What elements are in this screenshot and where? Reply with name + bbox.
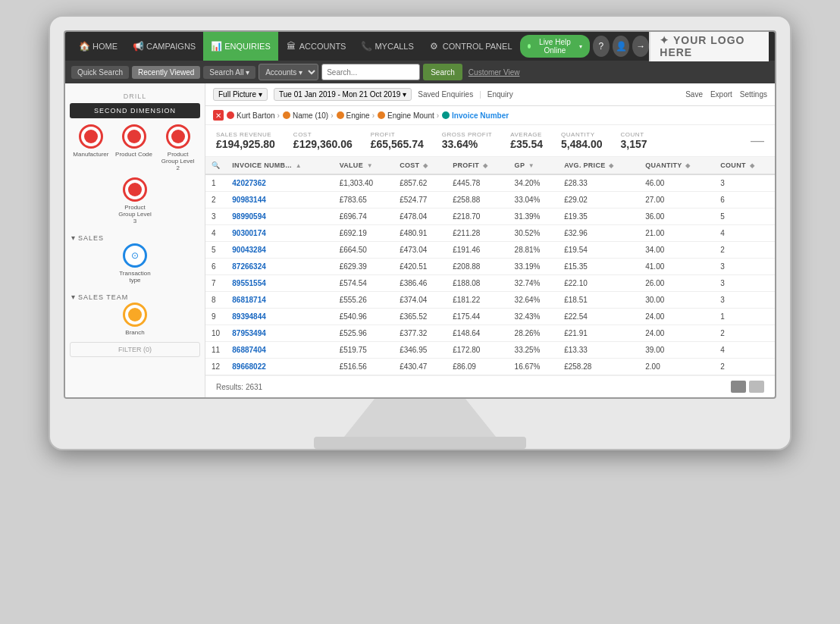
cell-cost: £386.46	[393, 275, 447, 292]
table-row[interactable]: 1 42027362 £1,303.40 £857.62 £445.78 34.…	[205, 174, 775, 192]
table-row[interactable]: 3 98990594 £696.74 £478.04 £218.70 31.39…	[205, 209, 775, 225]
date-range-dropdown[interactable]: Tue 01 Jan 2019 - Mon 21 Oct 2019 ▾	[274, 88, 412, 101]
cell-cost: £377.32	[393, 325, 447, 342]
cell-invoice[interactable]: 90300174	[226, 225, 333, 242]
sidebar-product-group-level3[interactable]: Product Group Level 3	[116, 177, 154, 224]
quick-search-button[interactable]: Quick Search	[71, 66, 129, 79]
cell-invoice[interactable]: 89394844	[226, 309, 333, 325]
cell-cost: £420.51	[393, 259, 447, 275]
list-view-icon[interactable]	[749, 381, 764, 393]
col-profit[interactable]: PROFIT ◆	[447, 157, 508, 174]
col-gp[interactable]: GP ▼	[509, 157, 559, 174]
logout-button[interactable]: →	[632, 36, 649, 57]
cell-value: £783.65	[334, 192, 394, 209]
col-value[interactable]: VALUE ▼	[334, 157, 394, 174]
table-row[interactable]: 12 89668022 £516.56 £430.47 £86.09 16.67…	[205, 359, 775, 375]
cell-invoice[interactable]: 89551554	[226, 275, 333, 292]
collapse-stats-button[interactable]: —	[751, 133, 764, 149]
cell-invoice[interactable]: 98990594	[226, 209, 333, 225]
row-num: 11	[205, 342, 226, 359]
nav-mycalls[interactable]: 📞 MYCALLS	[353, 32, 421, 61]
recently-viewed-button[interactable]: Recently Viewed	[132, 66, 200, 79]
cell-gp: 33.04%	[509, 192, 559, 209]
cell-cost: £857.62	[393, 174, 447, 192]
search-all-button[interactable]: Search All ▾	[203, 66, 255, 79]
row-num: 10	[205, 325, 226, 342]
second-dimension-btn[interactable]: SECOND DIMENSION	[70, 103, 200, 118]
saved-enquiries-btn[interactable]: Saved Enquiries	[418, 90, 473, 99]
customer-view-link[interactable]: Customer View	[469, 68, 520, 77]
manufacturer-icon	[79, 124, 103, 149]
save-button[interactable]: Save	[685, 90, 703, 99]
cell-profit: £175.44	[447, 309, 508, 325]
cell-invoice[interactable]: 86818714	[226, 292, 333, 309]
results-count: Results: 2631	[216, 383, 262, 391]
breadcrumb-close[interactable]: ✕	[213, 110, 224, 121]
nav-control-panel[interactable]: ⚙ CONTROL PANEL	[422, 32, 520, 61]
sidebar-product-code[interactable]: Product Code	[115, 124, 152, 171]
table-row[interactable]: 5 90043284 £664.50 £473.04 £191.46 28.81…	[205, 242, 775, 259]
cell-invoice[interactable]: 42027362	[226, 174, 333, 192]
search-input[interactable]	[321, 64, 420, 80]
col-invoice-number[interactable]: INVOICE NUMB... ▲	[226, 157, 333, 174]
export-button[interactable]: Export	[710, 90, 732, 99]
accounts-select[interactable]: Accounts ▾	[259, 64, 318, 80]
grid-view-icon[interactable]	[731, 381, 746, 393]
col-cost[interactable]: COST ◆	[393, 157, 447, 174]
cell-gp: 32.43%	[509, 309, 559, 325]
cell-profit: £258.88	[447, 192, 508, 209]
table-row[interactable]: 4 90300174 £692.19 £480.91 £211.28 30.52…	[205, 225, 775, 242]
col-quantity[interactable]: QUANTITY ◆	[639, 157, 714, 174]
cell-quantity: 2.00	[639, 359, 714, 375]
row-num: 7	[205, 275, 226, 292]
cell-gp: 33.19%	[509, 259, 559, 275]
table-row[interactable]: 9 89394844 £540.96 £365.52 £175.44 32.43…	[205, 309, 775, 325]
cell-invoice[interactable]: 87266324	[226, 259, 333, 275]
user-button[interactable]: 👤	[613, 36, 629, 57]
sidebar-sales-row: ⊙ Transaction type	[70, 243, 200, 284]
col-count[interactable]: COUNT ◆	[714, 157, 775, 174]
table-row[interactable]: 2 90983144 £783.65 £524.77 £258.88 33.04…	[205, 192, 775, 209]
cell-profit: £148.64	[447, 325, 508, 342]
cell-invoice[interactable]: 87953494	[226, 325, 333, 342]
cell-cost: £480.91	[393, 225, 447, 242]
logo-area: ✦ YOUR LOGO HERE	[649, 31, 769, 61]
help-button[interactable]: ?	[593, 36, 610, 57]
top-nav: 🏠 HOME 📢 CAMPAIGNS 📊 ENQUIRIES 🏛 ACCOUNT…	[65, 32, 775, 61]
cell-avg-price: £22.10	[558, 275, 639, 292]
full-picture-dropdown[interactable]: Full Picture ▾	[213, 88, 268, 101]
enquiry-btn[interactable]: Enquiry	[487, 90, 513, 99]
sidebar-branch[interactable]: Branch	[123, 303, 147, 336]
search-button[interactable]: Search	[423, 64, 462, 80]
table-row[interactable]: 10 87953494 £525.96 £377.32 £148.64 28.2…	[205, 325, 775, 342]
settings-button[interactable]: Settings	[740, 90, 767, 99]
sidebar-manufacturer[interactable]: Manufacturer	[73, 124, 108, 171]
table-row[interactable]: 7 89551554 £574.54 £386.46 £188.08 32.74…	[205, 275, 775, 292]
crumb-dot-engine	[337, 111, 344, 119]
sidebar: DRILL SECOND DIMENSION Manufacturer Prod…	[65, 83, 205, 397]
sidebar-product-group-level2[interactable]: Product Group Level 2	[159, 124, 197, 171]
live-help-button[interactable]: Live Help Online ▾	[520, 35, 590, 58]
cell-invoice[interactable]: 90983144	[226, 192, 333, 209]
nav-home[interactable]: 🏠 HOME	[71, 32, 125, 61]
cell-invoice[interactable]: 90043284	[226, 242, 333, 259]
col-avg-price[interactable]: AVG. PRICE ◆	[558, 157, 639, 174]
row-num: 5	[205, 242, 226, 259]
cell-count: 3	[714, 292, 775, 309]
table-row[interactable]: 11 86887404 £519.75 £346.95 £172.80 33.2…	[205, 342, 775, 359]
cell-quantity: 39.00	[639, 342, 714, 359]
nav-enquiries[interactable]: 📊 ENQUIRIES	[203, 32, 278, 61]
table-row[interactable]: 8 86818714 £555.26 £374.04 £181.22 32.64…	[205, 292, 775, 309]
cell-invoice[interactable]: 89668022	[226, 359, 333, 375]
cell-count: 1	[714, 309, 775, 325]
sidebar-transaction-type[interactable]: ⊙ Transaction type	[116, 243, 154, 284]
enquiries-icon: 📊	[211, 41, 221, 52]
nav-campaigns[interactable]: 📢 CAMPAIGNS	[125, 32, 203, 61]
table-row[interactable]: 6 87266324 £629.39 £420.51 £208.88 33.19…	[205, 259, 775, 275]
cell-invoice[interactable]: 86887404	[226, 342, 333, 359]
cell-gp: 33.25%	[509, 342, 559, 359]
nav-accounts[interactable]: 🏛 ACCOUNTS	[278, 32, 354, 61]
stat-gross-profit: GROSS PROFIT 33.64%	[442, 131, 492, 150]
cell-value: £525.96	[334, 325, 394, 342]
filter-button[interactable]: FILTER (0)	[70, 342, 200, 357]
